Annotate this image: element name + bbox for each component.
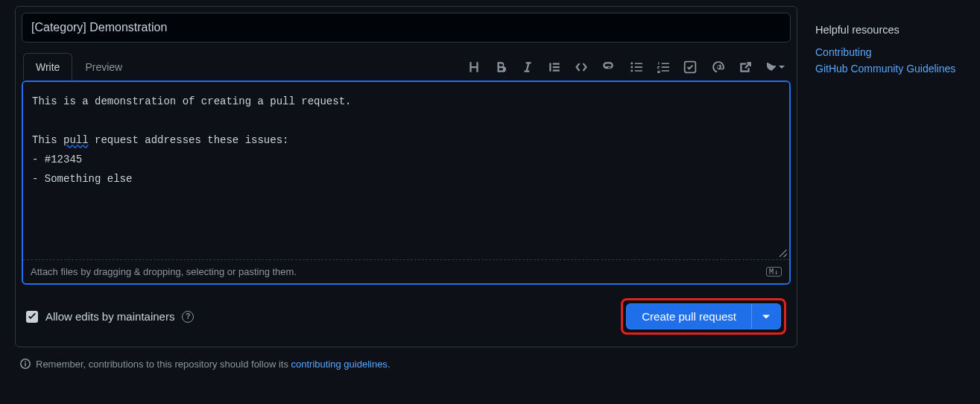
community-guidelines-link[interactable]: GitHub Community Guidelines <box>815 63 965 75</box>
heading-icon[interactable] <box>467 60 481 74</box>
footer-hint: Remember, contributions to this reposito… <box>15 358 797 370</box>
svg-point-2 <box>630 69 633 72</box>
create-pr-highlight: Create pull request <box>621 298 786 335</box>
allow-edits-checkbox[interactable] <box>26 311 38 323</box>
reply-icon[interactable] <box>765 60 785 74</box>
create-pr-dropdown-caret[interactable] <box>751 304 780 329</box>
allow-edits-row: Allow edits by maintainers ? <box>26 310 194 323</box>
info-icon <box>19 358 31 370</box>
cross-reference-icon[interactable] <box>739 60 752 74</box>
mention-icon[interactable] <box>712 60 725 74</box>
editor-tab-row: Write Preview <box>22 53 791 81</box>
bullet-list-icon[interactable] <box>630 60 643 74</box>
pr-form-card: Write Preview <box>15 6 797 347</box>
allow-edits-label: Allow edits by maintainers <box>45 310 174 323</box>
info-icon[interactable]: ? <box>182 311 194 323</box>
contributing-guidelines-link[interactable]: contributing guidelines <box>291 359 388 370</box>
italic-icon[interactable] <box>521 60 534 74</box>
markdown-toolbar <box>467 60 785 74</box>
tab-write[interactable]: Write <box>23 53 72 81</box>
svg-point-1 <box>630 66 633 68</box>
numbered-list-icon[interactable] <box>657 60 670 74</box>
link-icon[interactable] <box>601 60 615 74</box>
svg-point-0 <box>630 62 633 64</box>
create-pull-request-button[interactable]: Create pull request <box>627 304 751 329</box>
sidebar-title: Helpful resources <box>815 24 965 36</box>
tab-preview[interactable]: Preview <box>72 53 135 81</box>
attach-hint-text[interactable]: Attach files by dragging & dropping, sel… <box>31 266 297 277</box>
pr-body-textarea[interactable]: This is a demonstration of creating a pu… <box>23 82 789 259</box>
code-icon[interactable] <box>575 60 588 74</box>
helpful-resources-sidebar: Helpful resources Contributing GitHub Co… <box>797 6 980 370</box>
contributing-link[interactable]: Contributing <box>815 46 965 58</box>
bold-icon[interactable] <box>494 60 508 74</box>
body-editor-wrap: This is a demonstration of creating a pu… <box>22 81 791 285</box>
pr-title-input[interactable] <box>22 13 791 42</box>
tasklist-icon[interactable] <box>683 60 697 74</box>
quote-icon[interactable] <box>548 60 561 74</box>
markdown-badge-icon[interactable]: M↓ <box>766 267 782 277</box>
